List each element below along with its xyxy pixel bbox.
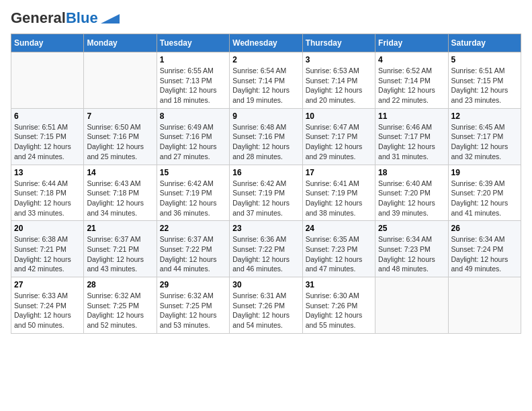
day-info: Sunrise: 6:40 AM Sunset: 7:20 PM Dayligh…	[378, 179, 445, 218]
weekday-header-monday: Monday	[84, 34, 157, 52]
day-number: 2	[232, 55, 299, 64]
day-number: 12	[451, 111, 518, 121]
day-info: Sunrise: 6:35 AM Sunset: 7:23 PM Dayligh…	[306, 234, 372, 274]
calendar-cell: 18Sunrise: 6:40 AM Sunset: 7:20 PM Dayli…	[375, 165, 448, 221]
calendar-cell: 8Sunrise: 6:49 AM Sunset: 7:16 PM Daylig…	[157, 108, 229, 165]
calendar-cell	[11, 52, 84, 109]
day-number: 23	[232, 224, 299, 233]
day-number: 31	[306, 280, 372, 289]
logo-general: General	[11, 9, 66, 26]
calendar-cell: 25Sunrise: 6:34 AM Sunset: 7:23 PM Dayli…	[375, 221, 448, 277]
calendar-cell: 10Sunrise: 6:47 AM Sunset: 7:17 PM Dayli…	[302, 108, 375, 165]
calendar-cell: 19Sunrise: 6:39 AM Sunset: 7:20 PM Dayli…	[448, 165, 521, 221]
day-info: Sunrise: 6:32 AM Sunset: 7:25 PM Dayligh…	[160, 291, 226, 330]
week-row-2: 6Sunrise: 6:51 AM Sunset: 7:15 PM Daylig…	[11, 108, 521, 165]
calendar-cell: 29Sunrise: 6:32 AM Sunset: 7:25 PM Dayli…	[157, 277, 229, 334]
day-number: 24	[306, 224, 372, 233]
calendar-cell: 28Sunrise: 6:32 AM Sunset: 7:25 PM Dayli…	[84, 277, 157, 334]
day-number: 29	[160, 280, 226, 289]
day-number: 26	[451, 224, 518, 233]
day-number: 4	[378, 55, 445, 64]
calendar-cell: 27Sunrise: 6:33 AM Sunset: 7:24 PM Dayli…	[11, 277, 84, 334]
calendar-cell: 23Sunrise: 6:36 AM Sunset: 7:22 PM Dayli…	[230, 221, 302, 277]
calendar-cell: 17Sunrise: 6:41 AM Sunset: 7:19 PM Dayli…	[302, 165, 375, 221]
day-info: Sunrise: 6:53 AM Sunset: 7:14 PM Dayligh…	[306, 66, 372, 105]
day-info: Sunrise: 6:39 AM Sunset: 7:20 PM Dayligh…	[451, 179, 518, 218]
calendar-cell: 12Sunrise: 6:45 AM Sunset: 7:17 PM Dayli…	[448, 108, 521, 165]
calendar-cell: 5Sunrise: 6:51 AM Sunset: 7:15 PM Daylig…	[448, 52, 521, 109]
calendar-cell: 20Sunrise: 6:38 AM Sunset: 7:21 PM Dayli…	[11, 221, 84, 277]
calendar-cell: 31Sunrise: 6:30 AM Sunset: 7:26 PM Dayli…	[302, 277, 375, 334]
day-number: 5	[451, 55, 518, 64]
calendar-cell: 4Sunrise: 6:52 AM Sunset: 7:14 PM Daylig…	[375, 52, 448, 109]
day-info: Sunrise: 6:51 AM Sunset: 7:15 PM Dayligh…	[14, 122, 81, 162]
calendar-cell: 15Sunrise: 6:42 AM Sunset: 7:19 PM Dayli…	[157, 165, 229, 221]
week-row-3: 13Sunrise: 6:44 AM Sunset: 7:18 PM Dayli…	[11, 165, 521, 221]
day-number: 25	[378, 224, 445, 233]
weekday-header-row: SundayMondayTuesdayWednesdayThursdayFrid…	[11, 34, 521, 52]
calendar-cell	[84, 52, 157, 109]
calendar-cell: 26Sunrise: 6:34 AM Sunset: 7:24 PM Dayli…	[448, 221, 521, 277]
day-info: Sunrise: 6:51 AM Sunset: 7:15 PM Dayligh…	[451, 66, 518, 105]
logo-arrow-icon	[101, 14, 120, 24]
day-info: Sunrise: 6:37 AM Sunset: 7:21 PM Dayligh…	[87, 234, 153, 274]
svg-marker-0	[101, 14, 120, 24]
day-number: 15	[160, 168, 226, 177]
day-number: 19	[451, 168, 518, 177]
logo-text: GeneralBlue	[11, 11, 98, 26]
calendar-cell: 3Sunrise: 6:53 AM Sunset: 7:14 PM Daylig…	[302, 52, 375, 109]
calendar-cell: 6Sunrise: 6:51 AM Sunset: 7:15 PM Daylig…	[11, 108, 84, 165]
weekday-header-saturday: Saturday	[448, 34, 521, 52]
week-row-5: 27Sunrise: 6:33 AM Sunset: 7:24 PM Dayli…	[11, 277, 521, 334]
day-info: Sunrise: 6:47 AM Sunset: 7:17 PM Dayligh…	[306, 122, 372, 162]
day-info: Sunrise: 6:32 AM Sunset: 7:25 PM Dayligh…	[87, 291, 153, 330]
calendar-table: SundayMondayTuesdayWednesdayThursdayFrid…	[11, 34, 521, 334]
day-number: 22	[160, 224, 226, 233]
calendar-cell: 24Sunrise: 6:35 AM Sunset: 7:23 PM Dayli…	[302, 221, 375, 277]
day-info: Sunrise: 6:37 AM Sunset: 7:22 PM Dayligh…	[160, 234, 226, 274]
day-info: Sunrise: 6:34 AM Sunset: 7:23 PM Dayligh…	[378, 234, 445, 274]
day-number: 8	[160, 111, 226, 121]
calendar-cell: 11Sunrise: 6:46 AM Sunset: 7:17 PM Dayli…	[375, 108, 448, 165]
day-info: Sunrise: 6:52 AM Sunset: 7:14 PM Dayligh…	[378, 66, 445, 105]
day-info: Sunrise: 6:45 AM Sunset: 7:17 PM Dayligh…	[451, 122, 518, 162]
day-number: 30	[232, 280, 299, 289]
day-number: 14	[87, 168, 153, 177]
calendar-cell: 21Sunrise: 6:37 AM Sunset: 7:21 PM Dayli…	[84, 221, 157, 277]
calendar-cell: 2Sunrise: 6:54 AM Sunset: 7:14 PM Daylig…	[230, 52, 302, 109]
day-number: 17	[306, 168, 372, 177]
day-number: 16	[232, 168, 299, 177]
day-info: Sunrise: 6:46 AM Sunset: 7:17 PM Dayligh…	[378, 122, 445, 162]
day-info: Sunrise: 6:41 AM Sunset: 7:19 PM Dayligh…	[306, 179, 372, 218]
day-info: Sunrise: 6:38 AM Sunset: 7:21 PM Dayligh…	[14, 234, 81, 274]
day-number: 3	[306, 55, 372, 64]
week-row-4: 20Sunrise: 6:38 AM Sunset: 7:21 PM Dayli…	[11, 221, 521, 277]
calendar-cell	[375, 277, 448, 334]
day-info: Sunrise: 6:49 AM Sunset: 7:16 PM Dayligh…	[160, 122, 226, 162]
calendar-cell: 16Sunrise: 6:42 AM Sunset: 7:19 PM Dayli…	[230, 165, 302, 221]
day-info: Sunrise: 6:55 AM Sunset: 7:13 PM Dayligh…	[160, 66, 226, 105]
day-info: Sunrise: 6:42 AM Sunset: 7:19 PM Dayligh…	[160, 179, 226, 218]
weekday-header-thursday: Thursday	[302, 34, 375, 52]
day-number: 27	[14, 280, 81, 289]
weekday-header-tuesday: Tuesday	[157, 34, 229, 52]
day-info: Sunrise: 6:43 AM Sunset: 7:18 PM Dayligh…	[87, 179, 153, 218]
logo-blue: Blue	[66, 9, 98, 26]
calendar-cell: 30Sunrise: 6:31 AM Sunset: 7:26 PM Dayli…	[230, 277, 302, 334]
day-info: Sunrise: 6:42 AM Sunset: 7:19 PM Dayligh…	[232, 179, 299, 218]
calendar-cell: 9Sunrise: 6:48 AM Sunset: 7:16 PM Daylig…	[230, 108, 302, 165]
calendar-cell: 13Sunrise: 6:44 AM Sunset: 7:18 PM Dayli…	[11, 165, 84, 221]
day-number: 9	[232, 111, 299, 121]
day-number: 1	[160, 55, 226, 64]
day-number: 6	[14, 111, 81, 121]
day-info: Sunrise: 6:54 AM Sunset: 7:14 PM Dayligh…	[232, 66, 299, 105]
day-info: Sunrise: 6:33 AM Sunset: 7:24 PM Dayligh…	[14, 291, 81, 330]
day-number: 10	[306, 111, 372, 121]
day-number: 11	[378, 111, 445, 121]
day-number: 7	[87, 111, 153, 121]
day-info: Sunrise: 6:30 AM Sunset: 7:26 PM Dayligh…	[306, 291, 372, 330]
page-header: GeneralBlue	[11, 11, 521, 26]
calendar-cell: 7Sunrise: 6:50 AM Sunset: 7:16 PM Daylig…	[84, 108, 157, 165]
day-info: Sunrise: 6:48 AM Sunset: 7:16 PM Dayligh…	[232, 122, 299, 162]
calendar-cell: 1Sunrise: 6:55 AM Sunset: 7:13 PM Daylig…	[157, 52, 229, 109]
